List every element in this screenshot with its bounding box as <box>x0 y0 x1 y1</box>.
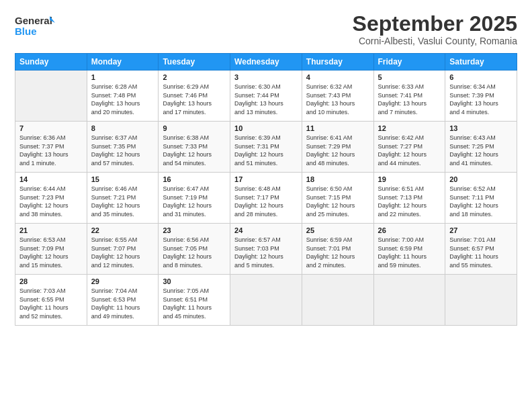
calendar-cell: 22Sunrise: 6:55 AM Sunset: 7:07 PM Dayli… <box>87 224 159 275</box>
calendar-cell: 26Sunrise: 7:00 AM Sunset: 6:59 PM Dayli… <box>373 224 445 275</box>
calendar-cell: 8Sunrise: 6:37 AM Sunset: 7:35 PM Daylig… <box>87 122 159 173</box>
day-number: 2 <box>163 73 226 81</box>
day-number: 18 <box>306 175 369 183</box>
calendar-cell: 25Sunrise: 6:59 AM Sunset: 7:01 PM Dayli… <box>302 224 373 275</box>
calendar-cell: 4Sunrise: 6:32 AM Sunset: 7:43 PM Daylig… <box>302 71 373 122</box>
day-number: 30 <box>163 277 226 285</box>
day-info: Sunrise: 6:30 AM Sunset: 7:44 PM Dayligh… <box>234 83 298 116</box>
day-number: 26 <box>378 226 441 234</box>
day-number: 5 <box>378 73 441 81</box>
calendar-cell: 6Sunrise: 6:34 AM Sunset: 7:39 PM Daylig… <box>445 71 517 122</box>
day-number: 9 <box>163 124 226 132</box>
day-info: Sunrise: 6:57 AM Sunset: 7:03 PM Dayligh… <box>234 236 298 269</box>
day-info: Sunrise: 6:55 AM Sunset: 7:07 PM Dayligh… <box>91 236 154 269</box>
calendar-cell: 24Sunrise: 6:57 AM Sunset: 7:03 PM Dayli… <box>230 224 302 275</box>
calendar-cell: 11Sunrise: 6:41 AM Sunset: 7:29 PM Dayli… <box>302 122 373 173</box>
day-number: 8 <box>91 124 154 132</box>
day-number: 20 <box>449 175 513 183</box>
day-info: Sunrise: 6:47 AM Sunset: 7:19 PM Dayligh… <box>163 185 226 218</box>
day-info: Sunrise: 6:41 AM Sunset: 7:29 PM Dayligh… <box>306 134 369 167</box>
day-info: Sunrise: 6:34 AM Sunset: 7:39 PM Dayligh… <box>449 83 513 116</box>
day-number: 7 <box>19 124 83 132</box>
svg-text:General: General <box>15 15 52 26</box>
day-info: Sunrise: 6:38 AM Sunset: 7:33 PM Dayligh… <box>163 134 226 167</box>
day-info: Sunrise: 7:01 AM Sunset: 6:57 PM Dayligh… <box>449 236 513 269</box>
calendar-cell: 1Sunrise: 6:28 AM Sunset: 7:48 PM Daylig… <box>87 71 159 122</box>
day-number: 14 <box>19 175 83 183</box>
day-info: Sunrise: 6:37 AM Sunset: 7:35 PM Dayligh… <box>91 134 154 167</box>
day-number: 15 <box>91 175 154 183</box>
day-info: Sunrise: 6:53 AM Sunset: 7:09 PM Dayligh… <box>19 236 83 269</box>
calendar-week-row: 21Sunrise: 6:53 AM Sunset: 7:09 PM Dayli… <box>15 224 517 275</box>
day-number: 24 <box>234 226 298 234</box>
day-number: 4 <box>306 73 369 81</box>
day-info: Sunrise: 6:39 AM Sunset: 7:31 PM Dayligh… <box>234 134 298 167</box>
calendar-cell: 17Sunrise: 6:48 AM Sunset: 7:17 PM Dayli… <box>230 173 302 224</box>
calendar-cell <box>15 71 87 122</box>
day-number: 21 <box>19 226 83 234</box>
calendar-cell: 5Sunrise: 6:33 AM Sunset: 7:41 PM Daylig… <box>373 71 445 122</box>
day-info: Sunrise: 6:52 AM Sunset: 7:11 PM Dayligh… <box>449 185 513 218</box>
calendar-cell: 7Sunrise: 6:36 AM Sunset: 7:37 PM Daylig… <box>15 122 87 173</box>
calendar-cell: 23Sunrise: 6:56 AM Sunset: 7:05 PM Dayli… <box>159 224 230 275</box>
title-block: September 2025 Corni-Albesti, Vaslui Cou… <box>353 12 517 46</box>
calendar-cell: 15Sunrise: 6:46 AM Sunset: 7:21 PM Dayli… <box>87 173 159 224</box>
weekday-header: Monday <box>87 54 159 71</box>
day-info: Sunrise: 6:28 AM Sunset: 7:48 PM Dayligh… <box>91 83 154 116</box>
calendar-cell: 18Sunrise: 6:50 AM Sunset: 7:15 PM Dayli… <box>302 173 373 224</box>
calendar-cell: 28Sunrise: 7:03 AM Sunset: 6:55 PM Dayli… <box>15 275 87 326</box>
day-info: Sunrise: 6:56 AM Sunset: 7:05 PM Dayligh… <box>163 236 226 269</box>
day-number: 23 <box>163 226 226 234</box>
calendar-cell: 10Sunrise: 6:39 AM Sunset: 7:31 PM Dayli… <box>230 122 302 173</box>
day-number: 3 <box>234 73 298 81</box>
calendar-cell <box>373 275 445 326</box>
day-info: Sunrise: 6:50 AM Sunset: 7:15 PM Dayligh… <box>306 185 369 218</box>
day-info: Sunrise: 6:32 AM Sunset: 7:43 PM Dayligh… <box>306 83 369 116</box>
calendar-table: SundayMondayTuesdayWednesdayThursdayFrid… <box>15 53 517 326</box>
day-info: Sunrise: 6:51 AM Sunset: 7:13 PM Dayligh… <box>378 185 441 218</box>
day-info: Sunrise: 6:43 AM Sunset: 7:25 PM Dayligh… <box>449 134 513 167</box>
calendar-cell: 29Sunrise: 7:04 AM Sunset: 6:53 PM Dayli… <box>87 275 159 326</box>
day-info: Sunrise: 6:59 AM Sunset: 7:01 PM Dayligh… <box>306 236 369 269</box>
calendar-cell: 14Sunrise: 6:44 AM Sunset: 7:23 PM Dayli… <box>15 173 87 224</box>
calendar-cell: 12Sunrise: 6:42 AM Sunset: 7:27 PM Dayli… <box>373 122 445 173</box>
day-info: Sunrise: 7:05 AM Sunset: 6:51 PM Dayligh… <box>163 287 226 320</box>
day-info: Sunrise: 7:03 AM Sunset: 6:55 PM Dayligh… <box>19 287 83 320</box>
calendar-cell: 19Sunrise: 6:51 AM Sunset: 7:13 PM Dayli… <box>373 173 445 224</box>
calendar-header-row: SundayMondayTuesdayWednesdayThursdayFrid… <box>15 54 517 71</box>
logo: General Blue <box>15 12 55 42</box>
weekday-header: Tuesday <box>159 54 230 71</box>
day-info: Sunrise: 6:29 AM Sunset: 7:46 PM Dayligh… <box>163 83 226 116</box>
calendar-cell: 2Sunrise: 6:29 AM Sunset: 7:46 PM Daylig… <box>159 71 230 122</box>
page: General Blue September 2025 Corni-Albest… <box>0 0 532 411</box>
location-subtitle: Corni-Albesti, Vaslui County, Romania <box>353 36 517 46</box>
day-number: 29 <box>91 277 154 285</box>
day-number: 13 <box>449 124 513 132</box>
day-info: Sunrise: 7:00 AM Sunset: 6:59 PM Dayligh… <box>378 236 441 269</box>
day-info: Sunrise: 6:36 AM Sunset: 7:37 PM Dayligh… <box>19 134 83 167</box>
month-title: September 2025 <box>353 12 517 36</box>
day-info: Sunrise: 6:33 AM Sunset: 7:41 PM Dayligh… <box>378 83 441 116</box>
calendar-week-row: 28Sunrise: 7:03 AM Sunset: 6:55 PM Dayli… <box>15 275 517 326</box>
logo-svg: General Blue <box>15 12 55 42</box>
day-number: 17 <box>234 175 298 183</box>
calendar-cell <box>445 275 517 326</box>
weekday-header: Wednesday <box>230 54 302 71</box>
weekday-header: Friday <box>373 54 445 71</box>
day-number: 22 <box>91 226 154 234</box>
day-info: Sunrise: 6:48 AM Sunset: 7:17 PM Dayligh… <box>234 185 298 218</box>
day-number: 10 <box>234 124 298 132</box>
calendar-cell: 20Sunrise: 6:52 AM Sunset: 7:11 PM Dayli… <box>445 173 517 224</box>
header: General Blue September 2025 Corni-Albest… <box>15 12 517 46</box>
weekday-header: Saturday <box>445 54 517 71</box>
calendar-cell: 13Sunrise: 6:43 AM Sunset: 7:25 PM Dayli… <box>445 122 517 173</box>
calendar-cell: 21Sunrise: 6:53 AM Sunset: 7:09 PM Dayli… <box>15 224 87 275</box>
calendar-cell <box>230 275 302 326</box>
calendar-week-row: 1Sunrise: 6:28 AM Sunset: 7:48 PM Daylig… <box>15 71 517 122</box>
day-number: 16 <box>163 175 226 183</box>
calendar-cell: 30Sunrise: 7:05 AM Sunset: 6:51 PM Dayli… <box>159 275 230 326</box>
day-number: 11 <box>306 124 369 132</box>
day-number: 28 <box>19 277 83 285</box>
calendar-cell: 27Sunrise: 7:01 AM Sunset: 6:57 PM Dayli… <box>445 224 517 275</box>
day-info: Sunrise: 6:46 AM Sunset: 7:21 PM Dayligh… <box>91 185 154 218</box>
